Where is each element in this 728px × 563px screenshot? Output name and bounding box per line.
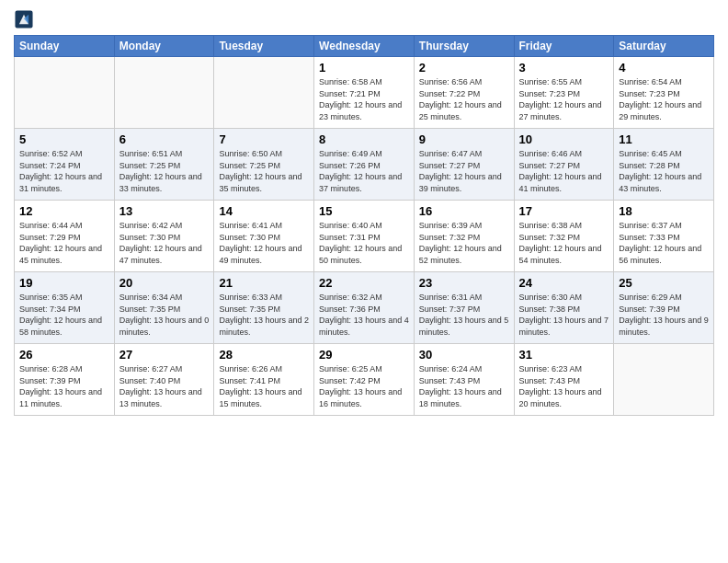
day-number: 24 [519, 276, 609, 290]
day-info: Sunrise: 6:54 AM Sunset: 7:23 PM Dayligh… [619, 76, 709, 122]
day-info: Sunrise: 6:24 AM Sunset: 7:43 PM Dayligh… [419, 363, 509, 409]
cell-w5-d2: 27Sunrise: 6:27 AM Sunset: 7:40 PM Dayli… [114, 344, 214, 416]
week-row-5: 26Sunrise: 6:28 AM Sunset: 7:39 PM Dayli… [15, 344, 714, 416]
day-number: 16 [419, 204, 509, 218]
day-info: Sunrise: 6:33 AM Sunset: 7:35 PM Dayligh… [219, 292, 309, 338]
day-info: Sunrise: 6:49 AM Sunset: 7:26 PM Dayligh… [319, 148, 409, 194]
day-number: 7 [219, 132, 309, 146]
cell-w4-d2: 20Sunrise: 6:34 AM Sunset: 7:35 PM Dayli… [114, 272, 214, 344]
day-info: Sunrise: 6:46 AM Sunset: 7:27 PM Dayligh… [519, 148, 609, 194]
day-info: Sunrise: 6:50 AM Sunset: 7:25 PM Dayligh… [219, 148, 309, 194]
header-row: Sunday Monday Tuesday Wednesday Thursday… [15, 36, 714, 57]
day-number: 8 [319, 132, 409, 146]
day-number: 17 [519, 204, 609, 218]
day-info: Sunrise: 6:52 AM Sunset: 7:24 PM Dayligh… [19, 148, 109, 194]
page: Sunday Monday Tuesday Wednesday Thursday… [0, 0, 728, 563]
day-number: 25 [619, 276, 709, 290]
day-info: Sunrise: 6:25 AM Sunset: 7:42 PM Dayligh… [319, 363, 409, 409]
day-info: Sunrise: 6:28 AM Sunset: 7:39 PM Dayligh… [19, 363, 109, 409]
cell-w1-d1 [15, 57, 115, 129]
day-info: Sunrise: 6:55 AM Sunset: 7:23 PM Dayligh… [519, 76, 609, 122]
day-number: 6 [119, 132, 210, 146]
cell-w1-d5: 2Sunrise: 6:56 AM Sunset: 7:22 PM Daylig… [414, 57, 514, 129]
day-number: 29 [319, 348, 409, 362]
day-info: Sunrise: 6:32 AM Sunset: 7:36 PM Dayligh… [319, 292, 409, 338]
logo [14, 9, 37, 29]
day-info: Sunrise: 6:40 AM Sunset: 7:31 PM Dayligh… [319, 220, 409, 266]
col-wednesday: Wednesday [314, 36, 415, 57]
day-number: 11 [619, 132, 709, 146]
cell-w4-d5: 23Sunrise: 6:31 AM Sunset: 7:37 PM Dayli… [414, 272, 514, 344]
cell-w1-d4: 1Sunrise: 6:58 AM Sunset: 7:21 PM Daylig… [314, 57, 415, 129]
day-info: Sunrise: 6:45 AM Sunset: 7:28 PM Dayligh… [619, 148, 709, 194]
day-info: Sunrise: 6:26 AM Sunset: 7:41 PM Dayligh… [219, 363, 309, 409]
day-number: 31 [519, 348, 609, 362]
day-number: 9 [419, 132, 509, 146]
day-number: 12 [19, 204, 109, 218]
day-info: Sunrise: 6:44 AM Sunset: 7:29 PM Dayligh… [19, 220, 109, 266]
day-info: Sunrise: 6:29 AM Sunset: 7:39 PM Dayligh… [619, 292, 709, 338]
cell-w4-d1: 19Sunrise: 6:35 AM Sunset: 7:34 PM Dayli… [15, 272, 115, 344]
day-info: Sunrise: 6:39 AM Sunset: 7:32 PM Dayligh… [419, 220, 509, 266]
cell-w3-d3: 14Sunrise: 6:41 AM Sunset: 7:30 PM Dayli… [214, 201, 314, 272]
day-info: Sunrise: 6:58 AM Sunset: 7:21 PM Dayligh… [319, 76, 409, 122]
cell-w4-d7: 25Sunrise: 6:29 AM Sunset: 7:39 PM Dayli… [614, 272, 714, 344]
header [14, 9, 714, 29]
cell-w2-d2: 6Sunrise: 6:51 AM Sunset: 7:25 PM Daylig… [114, 129, 214, 201]
day-info: Sunrise: 6:23 AM Sunset: 7:43 PM Dayligh… [519, 363, 609, 409]
day-info: Sunrise: 6:56 AM Sunset: 7:22 PM Dayligh… [419, 76, 509, 122]
cell-w3-d6: 17Sunrise: 6:38 AM Sunset: 7:32 PM Dayli… [514, 201, 614, 272]
week-row-1: 1Sunrise: 6:58 AM Sunset: 7:21 PM Daylig… [15, 57, 714, 129]
cell-w4-d3: 21Sunrise: 6:33 AM Sunset: 7:35 PM Dayli… [214, 272, 314, 344]
day-info: Sunrise: 6:42 AM Sunset: 7:30 PM Dayligh… [119, 220, 210, 266]
logo-icon [14, 9, 34, 29]
cell-w5-d1: 26Sunrise: 6:28 AM Sunset: 7:39 PM Dayli… [15, 344, 115, 416]
day-number: 19 [19, 276, 109, 290]
cell-w5-d5: 30Sunrise: 6:24 AM Sunset: 7:43 PM Dayli… [414, 344, 514, 416]
day-info: Sunrise: 6:31 AM Sunset: 7:37 PM Dayligh… [419, 292, 509, 338]
day-info: Sunrise: 6:51 AM Sunset: 7:25 PM Dayligh… [119, 148, 210, 194]
day-number: 26 [19, 348, 109, 362]
week-row-3: 12Sunrise: 6:44 AM Sunset: 7:29 PM Dayli… [15, 201, 714, 272]
day-number: 23 [419, 276, 509, 290]
col-tuesday: Tuesday [214, 36, 314, 57]
day-info: Sunrise: 6:34 AM Sunset: 7:35 PM Dayligh… [119, 292, 210, 338]
col-friday: Friday [514, 36, 614, 57]
cell-w5-d6: 31Sunrise: 6:23 AM Sunset: 7:43 PM Dayli… [514, 344, 614, 416]
day-number: 22 [319, 276, 409, 290]
day-number: 21 [219, 276, 309, 290]
cell-w2-d7: 11Sunrise: 6:45 AM Sunset: 7:28 PM Dayli… [614, 129, 714, 201]
day-info: Sunrise: 6:27 AM Sunset: 7:40 PM Dayligh… [119, 363, 210, 409]
cell-w4-d4: 22Sunrise: 6:32 AM Sunset: 7:36 PM Dayli… [314, 272, 415, 344]
day-info: Sunrise: 6:37 AM Sunset: 7:33 PM Dayligh… [619, 220, 709, 266]
col-sunday: Sunday [15, 36, 115, 57]
cell-w3-d1: 12Sunrise: 6:44 AM Sunset: 7:29 PM Dayli… [15, 201, 115, 272]
day-number: 20 [119, 276, 210, 290]
cell-w2-d4: 8Sunrise: 6:49 AM Sunset: 7:26 PM Daylig… [314, 129, 415, 201]
day-number: 4 [619, 61, 709, 75]
day-number: 27 [119, 348, 210, 362]
day-number: 30 [419, 348, 509, 362]
calendar-table: Sunday Monday Tuesday Wednesday Thursday… [14, 35, 714, 416]
cell-w1-d6: 3Sunrise: 6:55 AM Sunset: 7:23 PM Daylig… [514, 57, 614, 129]
week-row-2: 5Sunrise: 6:52 AM Sunset: 7:24 PM Daylig… [15, 129, 714, 201]
col-saturday: Saturday [614, 36, 714, 57]
day-number: 15 [319, 204, 409, 218]
day-number: 28 [219, 348, 309, 362]
day-number: 5 [19, 132, 109, 146]
day-number: 18 [619, 204, 709, 218]
col-monday: Monday [114, 36, 214, 57]
cell-w5-d7 [614, 344, 714, 416]
day-info: Sunrise: 6:38 AM Sunset: 7:32 PM Dayligh… [519, 220, 609, 266]
col-thursday: Thursday [414, 36, 514, 57]
cell-w2-d3: 7Sunrise: 6:50 AM Sunset: 7:25 PM Daylig… [214, 129, 314, 201]
cell-w5-d3: 28Sunrise: 6:26 AM Sunset: 7:41 PM Dayli… [214, 344, 314, 416]
day-info: Sunrise: 6:30 AM Sunset: 7:38 PM Dayligh… [519, 292, 609, 338]
day-number: 14 [219, 204, 309, 218]
cell-w3-d5: 16Sunrise: 6:39 AM Sunset: 7:32 PM Dayli… [414, 201, 514, 272]
cell-w3-d7: 18Sunrise: 6:37 AM Sunset: 7:33 PM Dayli… [614, 201, 714, 272]
cell-w2-d1: 5Sunrise: 6:52 AM Sunset: 7:24 PM Daylig… [15, 129, 115, 201]
day-info: Sunrise: 6:41 AM Sunset: 7:30 PM Dayligh… [219, 220, 309, 266]
day-number: 3 [519, 61, 609, 75]
cell-w1-d3 [214, 57, 314, 129]
